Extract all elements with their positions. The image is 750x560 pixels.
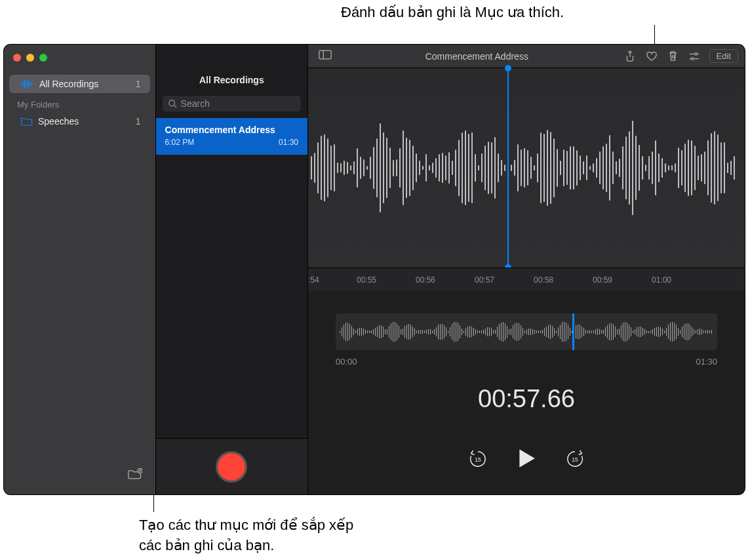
sidebar-section-header: My Folders [4, 93, 155, 112]
sidebar-item-label: All Recordings [39, 79, 98, 89]
ruler-tick: 01:00 [652, 275, 671, 285]
overview-start-time: 00:00 [336, 357, 357, 367]
recording-duration: 01:30 [279, 138, 298, 147]
sidebar-icon [319, 50, 332, 60]
svg-text:15: 15 [572, 456, 578, 463]
play-icon [515, 447, 538, 470]
ruler-tick: 00:56 [416, 275, 435, 285]
window-zoom-button[interactable] [39, 54, 47, 62]
sidebar-toggle-button[interactable] [315, 47, 336, 65]
current-time-display: 00:57.66 [308, 385, 745, 413]
waveform-canvas [308, 108, 745, 228]
svg-point-5 [694, 52, 697, 55]
search-input[interactable]: Search [163, 96, 301, 111]
share-icon [625, 50, 635, 62]
waveform-view[interactable] [308, 68, 745, 268]
recording-time: 6:02 PM [165, 138, 195, 147]
new-folder-button[interactable] [128, 468, 142, 483]
settings-button[interactable] [684, 49, 704, 64]
toolbar: Commencement Address Edit [308, 45, 745, 68]
svg-point-7 [691, 57, 694, 60]
sidebar-item-count: 1 [136, 79, 141, 89]
playback-controls: 15 15 [308, 447, 745, 472]
callout-favorite: Đánh dấu bản ghi là Mục ưa thích. [341, 4, 564, 21]
sidebar-item-folder[interactable]: Speeches 1 [9, 112, 150, 130]
ruler-tick: 00:57 [475, 275, 494, 285]
list-header: All Recordings [156, 68, 307, 92]
playhead[interactable] [507, 68, 509, 268]
sidebar-item-count: 1 [136, 116, 141, 127]
record-button[interactable] [216, 451, 247, 483]
detail-pane: Commencement Address Edit :54 00:55 00:5… [308, 45, 745, 494]
recording-list-column: All Recordings Search Commencement Addre… [156, 45, 308, 494]
callout-newfolder: Tạo các thư mục mới để sắp xếp các bản g… [139, 515, 368, 556]
trash-icon [668, 50, 678, 62]
sidebar: All Recordings 1 My Folders Speeches 1 [4, 45, 156, 494]
search-icon [168, 99, 177, 108]
skip-forward-icon: 15 [565, 449, 585, 469]
ruler-tick: 00:55 [357, 275, 376, 285]
overview-end-time: 01:30 [696, 357, 717, 367]
recording-list-item[interactable]: Commencement Address 6:02 PM 01:30 [156, 118, 307, 155]
toolbar-title: Commencement Address [336, 51, 618, 62]
folder-icon [21, 117, 33, 126]
svg-rect-2 [319, 50, 331, 59]
record-footer [156, 438, 307, 494]
play-button[interactable] [515, 447, 538, 472]
skip-forward-15-button[interactable]: 15 [565, 449, 585, 470]
sidebar-item-all-recordings[interactable]: All Recordings 1 [9, 75, 150, 93]
skip-back-icon: 15 [468, 449, 488, 469]
app-window: All Recordings 1 My Folders Speeches 1 A… [4, 45, 745, 494]
sidebar-item-label: Speeches [38, 116, 79, 127]
ruler-tick: 00:58 [534, 275, 553, 285]
recording-title: Commencement Address [165, 125, 298, 135]
callout-line [654, 25, 655, 45]
window-minimize-button[interactable] [26, 54, 34, 62]
edit-button[interactable]: Edit [709, 49, 738, 63]
ruler-tick: :54 [308, 275, 319, 285]
new-folder-icon [128, 468, 142, 480]
window-close-button[interactable] [13, 54, 21, 62]
overview-playhead[interactable] [572, 313, 574, 350]
time-ruler: :54 00:55 00:56 00:57 00:58 00:59 01:00 [308, 268, 745, 291]
delete-button[interactable] [664, 48, 682, 64]
favorite-button[interactable] [642, 49, 661, 64]
sliders-icon [688, 52, 700, 61]
search-placeholder: Search [181, 98, 210, 109]
window-traffic-lights [13, 54, 47, 62]
overview-scrubber[interactable] [336, 313, 717, 350]
svg-text:15: 15 [475, 456, 481, 463]
waveform-icon [21, 79, 34, 89]
ruler-tick: 00:59 [593, 275, 612, 285]
skip-back-15-button[interactable]: 15 [468, 449, 488, 470]
svg-point-1 [168, 100, 174, 106]
share-button[interactable] [621, 48, 639, 65]
callout-line [153, 494, 154, 512]
heart-icon [646, 51, 658, 62]
